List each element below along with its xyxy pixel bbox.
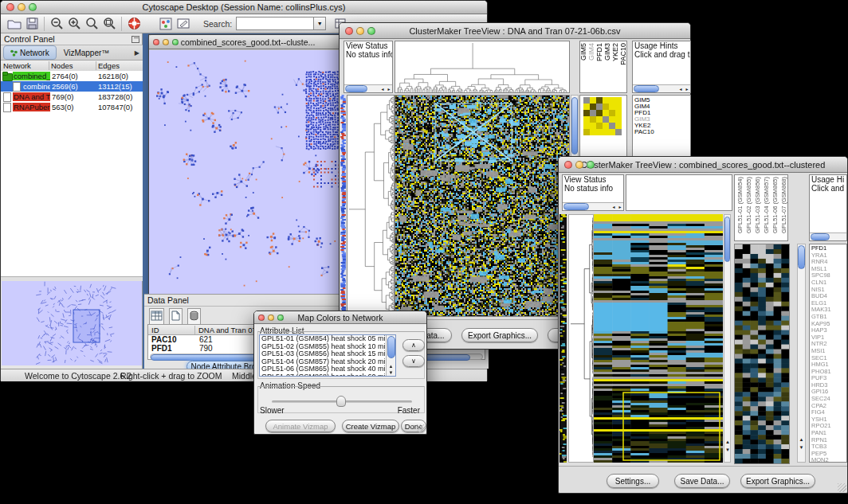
- save-data-button[interactable]: Save Data...: [674, 474, 730, 488]
- column-label[interactable]: GPL51-07 (GSM868): [780, 177, 787, 233]
- close-button[interactable]: [258, 315, 265, 321]
- treeview2-column-tree-area[interactable]: [626, 174, 732, 211]
- vizmap-icon[interactable]: [157, 16, 175, 32]
- scroll-down-icon[interactable]: ▼: [724, 447, 731, 453]
- view-status-hscrollbar[interactable]: ◂ ▸: [344, 84, 392, 92]
- minimize-button[interactable]: [356, 27, 364, 35]
- network-table-row[interactable]: RNAPuberNov2+ 563(0) 107847(0): [1, 102, 143, 112]
- column-label[interactable]: YKE2: [612, 43, 619, 61]
- treeview1-global-minimap[interactable]: [340, 95, 346, 317]
- zoom-button[interactable]: [172, 39, 179, 45]
- zoom-fit-icon[interactable]: [100, 16, 118, 32]
- help-lifering-icon[interactable]: [125, 16, 143, 32]
- scroll-up-icon[interactable]: ▲: [724, 439, 731, 445]
- resize-grip[interactable]: [838, 483, 846, 492]
- treeview1-row-dendrogram[interactable]: [347, 95, 395, 317]
- tab-network[interactable]: Network: [3, 45, 57, 60]
- treeview1-zoom-matrix[interactable]: [583, 97, 622, 135]
- zoom-button[interactable]: [277, 315, 284, 321]
- column-label[interactable]: GPL51-06 (GSM865): [771, 177, 779, 233]
- export-graphics-button[interactable]: Export Graphics...: [740, 474, 815, 488]
- col-header-id[interactable]: ID: [148, 326, 195, 334]
- network-graph-canvas[interactable]: [149, 50, 347, 294]
- column-label[interactable]: PFD1: [596, 43, 603, 61]
- attribute-listbox[interactable]: GPL51-01 (GSM854) heat shock 05 minGPL51…: [259, 334, 396, 377]
- attribute-item[interactable]: GPL51-07 (GSM868) heat shock 60 min: [260, 373, 395, 377]
- scroll-left-icon[interactable]: ◂: [677, 86, 684, 92]
- speed-slider-thumb[interactable]: [336, 396, 346, 407]
- animate-vizmap-button[interactable]: Animate Vizmap: [265, 420, 336, 432]
- close-button[interactable]: [153, 39, 159, 45]
- minimize-button[interactable]: [268, 315, 274, 321]
- delete-attribute-icon[interactable]: [187, 308, 201, 326]
- map-dialog-titlebar[interactable]: Map Colors to Network: [254, 311, 426, 324]
- scroll-up-icon[interactable]: ▲: [388, 363, 395, 369]
- annotation-icon[interactable]: [175, 16, 192, 32]
- column-label[interactable]: GPL51-01 (GSM854): [736, 177, 744, 233]
- column-label[interactable]: GIM4: [588, 43, 595, 61]
- scroll-right-icon[interactable]: ▸: [386, 86, 392, 92]
- network-table-header[interactable]: Network Nodes Edges: [1, 61, 143, 72]
- attribute-list-vscrollbar[interactable]: ▲ ▼: [386, 335, 395, 376]
- tab-overflow-button[interactable]: ▶: [135, 49, 139, 57]
- view-status-hscrollbar[interactable]: ◂ ▸: [563, 202, 623, 210]
- gene-label[interactable]: MON2: [810, 457, 846, 463]
- network-table-row[interactable]: combined_sco 2569(6) 13112(15): [1, 81, 143, 92]
- create-vizmap-button[interactable]: Create Vizmap: [342, 420, 399, 432]
- close-button[interactable]: [564, 161, 572, 169]
- search-dropdown-arrow[interactable]: ▼: [314, 17, 326, 30]
- scroll-down-icon[interactable]: ▼: [799, 444, 805, 451]
- treeview2-vscrollbar[interactable]: ▲ ▼: [724, 214, 731, 463]
- network-view-titlebar[interactable]: combined_scores_good.txt--cluste...: [149, 35, 347, 49]
- tab-vizmapper[interactable]: VizMapper™: [57, 46, 117, 59]
- minimize-button[interactable]: [18, 3, 26, 11]
- cytoscape-titlebar[interactable]: Cytoscape Desktop (Session Name: collins…: [1, 1, 487, 14]
- float-panel-icon[interactable]: [132, 32, 139, 46]
- search-input[interactable]: [236, 17, 314, 30]
- zoom-out-icon[interactable]: [48, 16, 65, 32]
- column-label[interactable]: GIM5: [580, 43, 587, 61]
- close-button[interactable]: [6, 3, 14, 11]
- scroll-left-icon[interactable]: ◂: [610, 204, 617, 210]
- column-label[interactable]: GPL51-03 (GSM856): [754, 177, 761, 233]
- usage-hints-hscrollbar[interactable]: ◂ ▸: [633, 84, 690, 92]
- move-down-button[interactable]: ∨: [402, 355, 425, 367]
- zoom-selected-icon[interactable]: [83, 16, 100, 32]
- treeview2-global-minimap[interactable]: [559, 214, 567, 463]
- treeview2-titlebar[interactable]: ClusterMaker TreeView : combined_scores_…: [559, 157, 847, 173]
- save-icon[interactable]: [23, 16, 41, 32]
- network-table-row[interactable]: DNA and Tran 07 769(0) 183728(0): [1, 92, 143, 102]
- treeview1-titlebar[interactable]: ClusterMaker TreeView : DNA and Tran 07-…: [340, 23, 690, 39]
- open-file-icon[interactable]: [6, 16, 23, 32]
- scroll-right-icon[interactable]: ▸: [684, 86, 690, 92]
- treeview1-heatmap[interactable]: [395, 95, 570, 317]
- network-overview-thumbnail[interactable]: [2, 281, 142, 365]
- select-attributes-icon[interactable]: [149, 308, 164, 326]
- export-graphics-button[interactable]: Export Graphics...: [461, 328, 538, 342]
- treeview2-zoom-heatmap[interactable]: [734, 244, 790, 464]
- minimize-button[interactable]: [163, 39, 169, 45]
- zoom-button[interactable]: [367, 27, 375, 35]
- treeview2-zoom-vscrollbar[interactable]: ▲ ▼: [797, 244, 806, 463]
- zoom-in-icon[interactable]: [65, 16, 83, 32]
- zoom-button[interactable]: [587, 161, 595, 169]
- treeview1-column-dendrogram[interactable]: [395, 41, 570, 93]
- move-up-button[interactable]: ∧: [402, 339, 425, 351]
- row-label[interactable]: PAC10: [633, 129, 690, 135]
- minimize-button[interactable]: [575, 161, 583, 169]
- resize-grip[interactable]: [417, 424, 426, 433]
- network-table-row[interactable]: combined_scores_ 2764(0) 16218(0): [1, 71, 143, 81]
- column-label[interactable]: GIM3: [604, 43, 611, 61]
- new-attribute-icon[interactable]: [169, 308, 183, 326]
- treeview2-row-dendrogram[interactable]: [568, 214, 594, 463]
- scroll-left-icon[interactable]: ◂: [379, 86, 386, 92]
- scroll-right-icon[interactable]: ▸: [617, 204, 623, 210]
- column-label[interactable]: GPL51-02 (GSM855): [745, 177, 752, 233]
- scroll-down-icon[interactable]: ▼: [388, 369, 395, 376]
- settings-button[interactable]: Settings...: [607, 474, 659, 488]
- column-label[interactable]: GPL51-04 (GSM857): [763, 177, 770, 233]
- close-button[interactable]: [345, 27, 353, 35]
- scroll-up-icon[interactable]: ▲: [799, 436, 805, 443]
- column-label[interactable]: PAC10: [620, 43, 627, 65]
- usage-hints-hscrollbar[interactable]: [810, 232, 846, 240]
